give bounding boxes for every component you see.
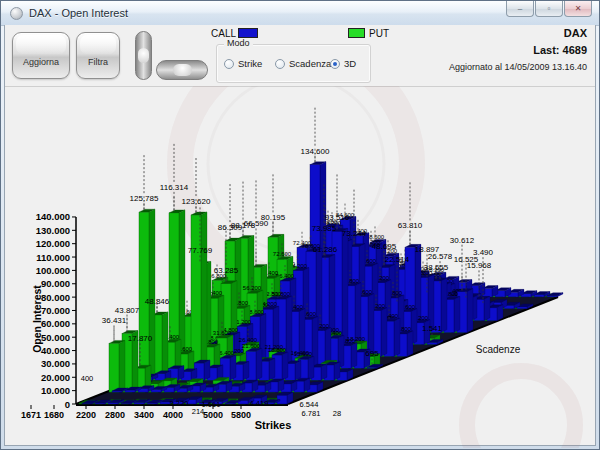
toolbar: Aggiorna Filtra CALL PUT Modo Strike Sca… xyxy=(5,25,595,87)
filtra-button[interactable]: Filtra xyxy=(76,32,120,79)
svg-text:50.000: 50.000 xyxy=(41,332,70,343)
app-icon xyxy=(10,7,23,20)
svg-text:73.985: 73.985 xyxy=(312,224,337,233)
radio-icon xyxy=(275,59,285,69)
svg-text:40.000: 40.000 xyxy=(41,345,70,356)
svg-text:51.800: 51.800 xyxy=(272,291,291,297)
radio-scadenza-label: Scadenza xyxy=(289,58,331,69)
horizontal-slider-thumb[interactable] xyxy=(173,64,192,76)
svg-text:60.000: 60.000 xyxy=(41,318,70,329)
legend-put-label: PUT xyxy=(369,28,389,39)
modo-label: Modo xyxy=(224,38,253,48)
svg-text:56.200: 56.200 xyxy=(243,285,262,291)
call-color-swatch xyxy=(238,28,258,38)
svg-text:43.807: 43.807 xyxy=(115,306,140,315)
chart-canvas: 010.00020.00030.00040.00050.00060.00070.… xyxy=(1,86,600,448)
radio-scadenza[interactable]: Scadenza xyxy=(275,58,331,69)
svg-text:30.000: 30.000 xyxy=(41,358,70,369)
svg-text:26.578: 26.578 xyxy=(428,252,453,261)
svg-text:1680: 1680 xyxy=(44,410,64,420)
svg-text:61.286: 61.286 xyxy=(313,245,338,254)
app-window: DAX - Open Interest – ▫ ✕ Aggiorna Filtr… xyxy=(0,0,600,450)
svg-text:80.000: 80.000 xyxy=(41,292,70,303)
svg-text:30.612: 30.612 xyxy=(450,236,475,245)
svg-text:28: 28 xyxy=(333,409,341,418)
svg-text:Open Interest: Open Interest xyxy=(31,285,43,353)
window-titlebar[interactable]: DAX - Open Interest – ▫ ✕ xyxy=(1,1,599,26)
svg-text:48.695: 48.695 xyxy=(372,242,397,251)
svg-text:48.846: 48.846 xyxy=(145,297,170,306)
svg-text:3.220: 3.220 xyxy=(170,399,189,408)
svg-text:22.514: 22.514 xyxy=(385,255,410,264)
svg-text:63.810: 63.810 xyxy=(398,221,423,230)
svg-text:1671: 1671 xyxy=(21,410,41,420)
svg-text:31.600: 31.600 xyxy=(213,330,232,336)
svg-text:63.285: 63.285 xyxy=(214,266,239,275)
svg-text:18.800: 18.800 xyxy=(268,347,287,353)
svg-text:77.769: 77.769 xyxy=(188,246,213,255)
radio-3d[interactable]: 3D xyxy=(330,58,356,69)
modo-groupbox: Modo Strike Scadenza 3D xyxy=(216,44,371,83)
svg-text:125.785: 125.785 xyxy=(130,194,159,203)
svg-text:400: 400 xyxy=(81,374,94,383)
svg-text:110.000: 110.000 xyxy=(36,252,70,263)
svg-text:Scadenze: Scadenze xyxy=(476,344,521,355)
svg-text:36.431: 36.431 xyxy=(102,316,127,325)
vertical-slider-thumb[interactable] xyxy=(138,48,149,63)
minimize-button[interactable]: – xyxy=(506,1,534,17)
svg-text:21.600: 21.600 xyxy=(242,343,261,349)
svg-text:90.000: 90.000 xyxy=(41,278,70,289)
svg-text:5800: 5800 xyxy=(231,410,251,420)
svg-text:26.400: 26.400 xyxy=(239,337,258,343)
svg-text:72.600: 72.600 xyxy=(273,251,292,257)
svg-text:2800: 2800 xyxy=(105,410,125,420)
svg-text:15.968: 15.968 xyxy=(467,261,492,270)
svg-text:4.419: 4.419 xyxy=(250,399,269,408)
svg-text:1.541: 1.541 xyxy=(422,324,443,333)
horizontal-slider[interactable] xyxy=(156,60,208,80)
svg-text:120.000: 120.000 xyxy=(36,238,70,249)
radio-strike-label: Strike xyxy=(238,58,262,69)
svg-text:80.195: 80.195 xyxy=(261,213,286,222)
svg-text:130.000: 130.000 xyxy=(36,225,70,236)
svg-text:3400: 3400 xyxy=(134,410,154,420)
radio-icon xyxy=(330,59,340,69)
maximize-button[interactable]: ▫ xyxy=(535,1,563,17)
svg-text:38.655: 38.655 xyxy=(424,263,449,272)
svg-text:1.661: 1.661 xyxy=(202,400,221,409)
svg-text:116.314: 116.314 xyxy=(160,183,189,192)
svg-text:20.000: 20.000 xyxy=(41,372,70,383)
radio-icon xyxy=(224,59,234,69)
svg-text:4000: 4000 xyxy=(163,410,183,420)
svg-text:15.600: 15.600 xyxy=(294,351,313,357)
svg-text:17.870: 17.870 xyxy=(128,334,153,343)
svg-text:93.516: 93.516 xyxy=(325,213,350,222)
vertical-slider[interactable] xyxy=(135,31,152,80)
svg-text:10.000: 10.000 xyxy=(41,385,70,396)
symbol-label: DAX xyxy=(564,27,587,39)
svg-text:5000: 5000 xyxy=(203,410,223,420)
svg-text:6.544: 6.544 xyxy=(300,400,319,409)
svg-text:70.000: 70.000 xyxy=(41,305,70,316)
svg-text:73.244: 73.244 xyxy=(342,229,367,238)
close-button[interactable]: ✕ xyxy=(564,1,592,17)
svg-text:123.620: 123.620 xyxy=(182,197,211,206)
svg-text:2200: 2200 xyxy=(76,410,96,420)
svg-text:134.600: 134.600 xyxy=(301,147,330,156)
svg-text:140.000: 140.000 xyxy=(36,211,70,222)
svg-text:695: 695 xyxy=(365,349,379,358)
last-price-label: Last: 4689 xyxy=(533,44,587,56)
svg-text:0: 0 xyxy=(65,399,70,410)
aggiorna-button[interactable]: Aggiorna xyxy=(12,32,70,79)
radio-strike[interactable]: Strike xyxy=(224,58,262,69)
window-title: DAX - Open Interest xyxy=(29,7,128,19)
svg-text:3.490: 3.490 xyxy=(473,248,494,257)
radio-3d-label: 3D xyxy=(344,58,356,69)
svg-text:6.781: 6.781 xyxy=(302,409,321,418)
put-color-swatch xyxy=(348,28,365,38)
updated-label: Aggiornato al 14/05/2009 13.16.40 xyxy=(449,62,587,72)
svg-text:Strikes: Strikes xyxy=(255,419,292,431)
svg-text:100.000: 100.000 xyxy=(36,265,70,276)
